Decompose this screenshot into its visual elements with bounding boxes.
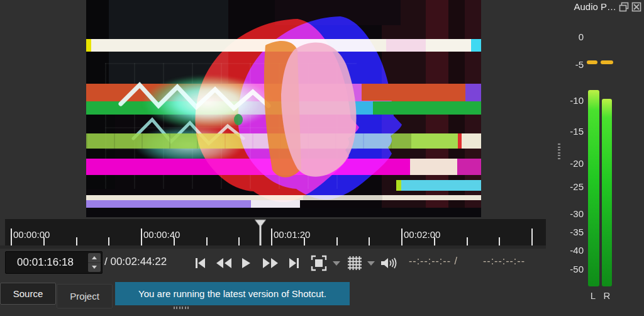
panel-splitter-handle[interactable]	[558, 144, 560, 161]
db-scale-label: -35	[545, 226, 584, 239]
glitch-bar-orange-front	[362, 84, 481, 101]
playhead[interactable]	[255, 219, 266, 245]
glitch-bar-lime-front	[411, 133, 481, 149]
ruler-minor-tick	[43, 237, 45, 245]
channel-label-l: L	[587, 290, 599, 301]
duration-label: / 00:02:44:22	[104, 256, 167, 268]
play-button[interactable]	[237, 254, 255, 273]
timecode-spinner[interactable]	[88, 253, 101, 272]
grid-dropdown[interactable]	[366, 254, 376, 273]
ruler-minor-tick	[467, 237, 468, 245]
db-scale-label: -5	[545, 59, 584, 71]
db-scale: 0-5-10-15-20-25-30-35-40-50	[545, 0, 584, 290]
video-preview	[86, 0, 481, 217]
zoom-fit-icon	[311, 255, 327, 271]
zoom-fit-dropdown[interactable]	[331, 254, 341, 273]
db-scale-label: -15	[545, 125, 584, 138]
ruler-minor-tick	[336, 237, 338, 245]
spin-up-icon	[92, 256, 97, 259]
ruler-minor-tick	[206, 237, 208, 245]
grid-icon	[347, 255, 363, 271]
selected-duration-label: --:--:--:--	[483, 256, 525, 267]
audio-meter-left	[588, 90, 599, 286]
float-panel-icon[interactable]	[619, 2, 629, 12]
chevron-down-icon	[367, 261, 375, 266]
ruler-major-tick	[271, 229, 272, 245]
in-out-label: --:--:--:-- /	[409, 256, 458, 267]
ruler-minor-tick	[238, 237, 240, 245]
skip-previous-icon	[194, 257, 206, 269]
ruler-major-tick	[141, 229, 142, 245]
peak-indicator-right	[601, 60, 613, 64]
fast-forward-icon	[262, 257, 279, 269]
close-panel-icon[interactable]	[631, 2, 641, 12]
fast-forward-button[interactable]	[260, 254, 280, 273]
skip-next-button[interactable]	[285, 254, 304, 273]
ruler-minor-tick	[304, 237, 305, 245]
volume-button[interactable]	[379, 254, 400, 273]
spin-down-icon	[92, 266, 97, 269]
spin-down-button[interactable]	[88, 262, 101, 272]
ruler-minor-tick	[174, 237, 175, 245]
ruler-shadow	[0, 245, 546, 249]
ruler-major-tick	[401, 229, 402, 245]
timeline-ruler[interactable]: 00:00:0000:00:4000:01:2000:02:00	[5, 219, 546, 245]
tab-source[interactable]: Source	[0, 283, 56, 305]
grid-button[interactable]	[345, 254, 365, 273]
db-scale-label: -40	[545, 244, 584, 257]
ruler-minor-tick	[434, 237, 435, 245]
skip-previous-button[interactable]	[191, 254, 209, 273]
ruler-minor-tick	[76, 237, 77, 245]
peak-indicator-left	[587, 60, 597, 64]
timecode-spinbox[interactable]: 00:01:16:18	[5, 251, 103, 274]
timecode-value[interactable]: 00:01:16:18	[6, 252, 85, 273]
db-scale-label: -25	[545, 181, 584, 193]
db-scale-label: -20	[545, 157, 584, 170]
db-scale-label: 0	[545, 31, 584, 43]
skip-next-icon	[288, 257, 301, 269]
rewind-button[interactable]	[214, 254, 234, 273]
spin-up-button[interactable]	[88, 253, 101, 263]
tab-project[interactable]: Project	[57, 284, 113, 308]
db-scale-label: -50	[545, 263, 584, 276]
audio-meter-right	[602, 99, 612, 286]
ruler-minor-tick	[108, 237, 109, 245]
ruler-minor-tick	[499, 237, 500, 245]
ruler-minor-tick	[369, 237, 370, 245]
shotcut-window: Audio P… 0-5-10-15-20-25-30-35-40-50 LR …	[0, 0, 644, 316]
chevron-down-icon	[333, 261, 340, 266]
rewind-icon	[216, 257, 232, 269]
ruler-major-tick	[11, 229, 12, 245]
db-scale-label: -10	[545, 94, 584, 107]
db-scale-label: -30	[545, 208, 584, 220]
ruler-major-tick	[531, 229, 533, 245]
channel-label-r: R	[601, 290, 613, 301]
zoom-fit-button[interactable]	[309, 254, 329, 273]
timeline-splitter-handle[interactable]	[174, 307, 190, 309]
glitch-bar-green-front	[373, 101, 481, 115]
play-icon	[241, 257, 251, 269]
status-message: You are running the latest version of Sh…	[115, 282, 350, 305]
volume-icon	[380, 257, 398, 269]
